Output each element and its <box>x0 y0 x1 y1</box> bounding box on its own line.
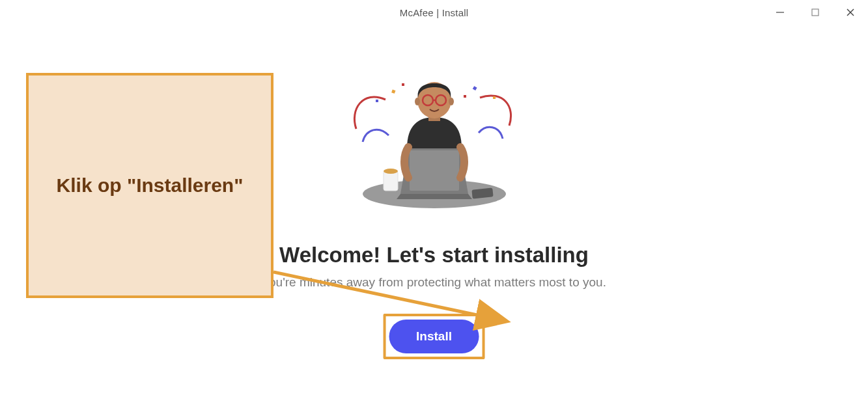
close-button[interactable] <box>833 0 868 25</box>
svg-rect-5 <box>472 86 477 90</box>
svg-rect-14 <box>410 150 459 191</box>
minimize-button[interactable] <box>763 0 798 25</box>
svg-rect-11 <box>384 171 398 191</box>
window-controls <box>763 0 868 25</box>
svg-point-12 <box>384 169 398 174</box>
svg-point-18 <box>449 98 454 105</box>
svg-rect-9 <box>464 95 466 98</box>
install-button[interactable]: Install <box>389 320 479 353</box>
window-title: McAfee | Install <box>400 7 468 18</box>
svg-rect-8 <box>402 83 404 86</box>
titlebar: McAfee | Install <box>0 0 868 25</box>
svg-rect-7 <box>493 96 496 99</box>
annotation-text: Klik op "Installeren" <box>57 171 244 200</box>
annotation-callout: Klik op "Installeren" <box>26 73 273 298</box>
maximize-icon <box>811 8 820 17</box>
svg-rect-4 <box>391 89 395 93</box>
install-button-highlight: Install <box>383 314 485 359</box>
close-icon <box>846 8 855 17</box>
svg-rect-1 <box>812 9 819 16</box>
minimize-icon <box>776 8 785 17</box>
svg-point-17 <box>415 98 420 105</box>
maximize-button[interactable] <box>798 0 833 25</box>
welcome-illustration <box>330 64 539 216</box>
svg-rect-6 <box>376 100 378 102</box>
